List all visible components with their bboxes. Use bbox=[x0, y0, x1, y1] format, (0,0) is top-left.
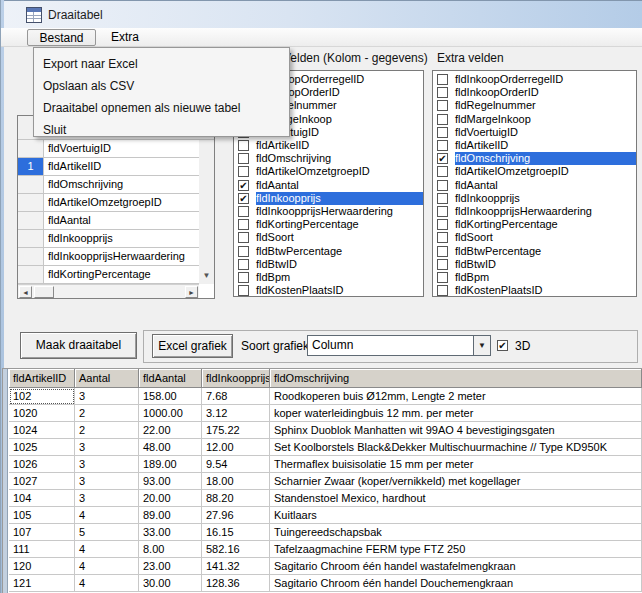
field-checkbox[interactable] bbox=[437, 180, 448, 191]
field-list-item[interactable]: ✔fldInkoopprijs bbox=[234, 192, 423, 205]
menu-item-draaitabel-opnemen-als-nieuwe-tabel[interactable]: Draaitabel opnemen als nieuwe tabel bbox=[34, 97, 289, 119]
table-cell[interactable]: 20.00 bbox=[139, 490, 202, 507]
field-checkbox[interactable] bbox=[238, 246, 249, 257]
table-cell[interactable]: 104 bbox=[9, 490, 75, 507]
table-cell[interactable]: 2 bbox=[75, 422, 139, 439]
field-list-item[interactable]: fldBtwID bbox=[433, 258, 636, 271]
table-cell[interactable]: Sagitario Chroom één handel Douchemengkr… bbox=[270, 575, 642, 592]
table-row[interactable]: 1025348.0012.00Set Koolborstels Black&De… bbox=[9, 439, 642, 456]
grid-row[interactable]: fldInkoopprijs bbox=[18, 230, 214, 248]
field-checkbox[interactable] bbox=[437, 285, 448, 296]
table-cell[interactable]: Tafelzaagmachine FERM type FTZ 250 bbox=[270, 541, 642, 558]
table-cell[interactable]: koper waterleidingbuis 12 mm. per meter bbox=[270, 405, 642, 422]
chart-type-combobox[interactable]: Column ▼ bbox=[307, 335, 491, 356]
menu-item-export-naar-excel[interactable]: Export naar Excel bbox=[34, 53, 289, 75]
grid-row[interactable]: fldArtikelOmzetgroepID bbox=[18, 194, 214, 212]
table-cell[interactable]: Set Koolborstels Black&Dekker Multischuu… bbox=[270, 439, 642, 456]
field-list-item[interactable]: fldMargeInkoop bbox=[433, 113, 636, 126]
field-list-item[interactable]: fldKortingPercentage bbox=[433, 218, 636, 231]
table-row[interactable]: 107533.0016.15Tuingereedschapsbak bbox=[9, 524, 642, 541]
grid-row[interactable]: fldKortingPercentage bbox=[18, 266, 214, 284]
table-cell[interactable]: 22.00 bbox=[139, 422, 202, 439]
table-cell[interactable]: 128.36 bbox=[202, 575, 270, 592]
field-list-item[interactable]: fldBpm bbox=[433, 271, 636, 284]
field-list-item[interactable]: fldArtikelOmzetgroepID bbox=[234, 165, 423, 178]
field-list-item[interactable]: fldArtikelOmzetgroepID bbox=[433, 165, 636, 178]
table-cell[interactable]: 3 bbox=[75, 388, 139, 405]
field-list-item[interactable]: ✔fldAantal bbox=[234, 179, 423, 192]
field-list-item[interactable]: fldInkoopprijs bbox=[433, 192, 636, 205]
table-cell[interactable]: 1024 bbox=[9, 422, 75, 439]
field-checkbox[interactable] bbox=[437, 219, 448, 230]
table-cell[interactable]: 102 bbox=[9, 388, 75, 405]
grid-row[interactable]: fldOmschrijving bbox=[18, 176, 214, 194]
field-list-item[interactable]: fldSoort bbox=[433, 231, 636, 244]
table-cell[interactable]: 1026 bbox=[9, 456, 75, 473]
field-list-item[interactable]: fldInkoopOrderregelID bbox=[433, 73, 636, 86]
scrollbar-thumb[interactable] bbox=[34, 286, 54, 298]
table-cell[interactable]: 582.16 bbox=[202, 541, 270, 558]
menu-item-opslaan-als-csv[interactable]: Opslaan als CSV bbox=[34, 75, 289, 97]
field-checkbox[interactable] bbox=[437, 206, 448, 217]
grid-row[interactable]: 1fldArtikelID bbox=[18, 158, 214, 176]
field-list-item[interactable]: fldAantal bbox=[433, 179, 636, 192]
field-list-item[interactable]: fldKortingPercentage bbox=[234, 218, 423, 231]
grid-field-cell[interactable]: fldOmschrijving bbox=[44, 176, 214, 194]
scroll-down-icon[interactable]: ▼ bbox=[200, 269, 213, 282]
field-checkbox[interactable] bbox=[437, 87, 448, 98]
grid-field-cell[interactable]: fldKortingPercentage bbox=[44, 266, 214, 284]
table-cell[interactable]: 30.00 bbox=[139, 575, 202, 592]
table-cell[interactable]: 8.00 bbox=[139, 541, 202, 558]
grid-field-cell[interactable]: fldArtikelOmzetgroepID bbox=[44, 194, 214, 212]
table-cell[interactable]: Standenstoel Mexico, hardhout bbox=[270, 490, 642, 507]
table-cell[interactable]: 3.12 bbox=[202, 405, 270, 422]
field-checkbox[interactable] bbox=[437, 114, 448, 125]
table-cell[interactable]: 4 bbox=[75, 541, 139, 558]
field-list-item[interactable]: fldBtwID bbox=[234, 258, 423, 271]
field-checkbox[interactable] bbox=[238, 232, 249, 243]
table-cell[interactable]: 141.32 bbox=[202, 558, 270, 575]
table-cell[interactable]: 93.00 bbox=[139, 473, 202, 490]
scroll-right-icon[interactable]: ► bbox=[185, 286, 198, 298]
table-row[interactable]: 121430.00128.36Sagitario Chroom één hand… bbox=[9, 575, 642, 592]
field-checkbox[interactable] bbox=[238, 259, 249, 270]
table-cell[interactable]: 89.00 bbox=[139, 507, 202, 524]
table-cell[interactable]: 12.00 bbox=[202, 439, 270, 456]
table-cell[interactable]: 1025 bbox=[9, 439, 75, 456]
field-checkbox[interactable] bbox=[437, 193, 448, 204]
menu-extra[interactable]: Extra bbox=[101, 29, 149, 46]
field-checkbox[interactable] bbox=[437, 74, 448, 85]
field-list-item[interactable]: fldBtwPercentage bbox=[433, 244, 636, 257]
field-list-item[interactable]: fldKostenPlaatsID bbox=[234, 284, 423, 297]
field-checkbox[interactable] bbox=[238, 153, 249, 164]
table-cell[interactable]: 7.68 bbox=[202, 388, 270, 405]
field-list-item[interactable]: fldOmschrijving bbox=[234, 152, 423, 165]
field-checkbox[interactable] bbox=[238, 285, 249, 296]
field-list-item[interactable]: fldRegelnummer bbox=[433, 99, 636, 112]
field-checkbox[interactable] bbox=[238, 140, 249, 151]
titlebar[interactable]: Draaitabel bbox=[0, 0, 642, 28]
field-checkbox[interactable] bbox=[437, 127, 448, 138]
table-cell[interactable]: 2 bbox=[75, 405, 139, 422]
field-checkbox[interactable] bbox=[437, 232, 448, 243]
grid-field-cell[interactable]: fldAantal bbox=[44, 212, 214, 230]
table-row[interactable]: 1024222.00175.22Sphinx Duoblok Manhatten… bbox=[9, 422, 642, 439]
grid-field-cell[interactable]: fldInkoopprijsHerwaardering bbox=[44, 248, 214, 266]
table-cell[interactable]: 18.00 bbox=[202, 473, 270, 490]
table-cell[interactable]: 5 bbox=[75, 524, 139, 541]
table-column-header[interactable]: fldOmschrijving bbox=[270, 369, 642, 388]
table-cell[interactable]: 3 bbox=[75, 473, 139, 490]
table-cell[interactable]: Sphinx Duoblok Manhatten wit 99AO 4 beve… bbox=[270, 422, 642, 439]
result-table[interactable]: fldArtikelIDAantalfldAantalfldInkoopprij… bbox=[2, 368, 642, 593]
grid-row-header[interactable]: 1 bbox=[18, 158, 44, 176]
menu-bestand[interactable]: Bestand bbox=[27, 29, 96, 46]
table-cell[interactable]: 48.00 bbox=[139, 439, 202, 456]
table-cell[interactable]: Thermaflex buisisolatie 15 mm per meter bbox=[270, 456, 642, 473]
make-pivot-button[interactable]: Maak draaitabel bbox=[20, 332, 137, 359]
table-row[interactable]: 102021000.003.12koper waterleidingbuis 1… bbox=[9, 405, 642, 422]
field-list-item[interactable]: fldKostenPlaatsID bbox=[433, 284, 636, 297]
table-cell[interactable]: Roodkoperen buis Ø12mm, Lengte 2 meter bbox=[270, 388, 642, 405]
field-checkbox[interactable] bbox=[238, 219, 249, 230]
field-checkbox[interactable] bbox=[238, 166, 249, 177]
table-row[interactable]: 11148.00582.16Tafelzaagmachine FERM type… bbox=[9, 541, 642, 558]
